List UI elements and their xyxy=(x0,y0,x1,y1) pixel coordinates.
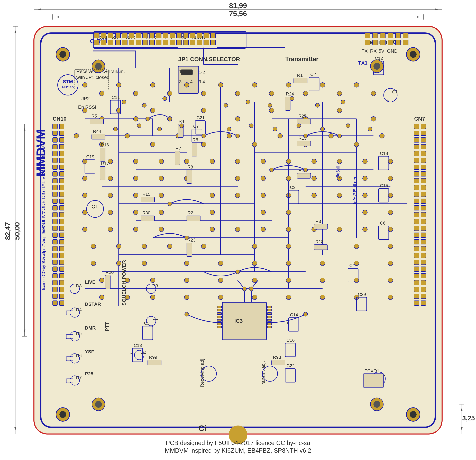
svg-point-217 xyxy=(83,108,87,113)
svg-text:C17: C17 xyxy=(349,263,357,268)
svg-rect-150 xyxy=(414,185,419,190)
svg-rect-72 xyxy=(122,40,127,45)
svg-rect-165 xyxy=(421,206,426,210)
svg-point-301 xyxy=(117,244,121,249)
svg-rect-50 xyxy=(94,33,99,38)
svg-rect-503 xyxy=(60,253,64,258)
svg-point-215 xyxy=(354,83,359,87)
svg-rect-80 xyxy=(177,40,182,45)
svg-rect-516 xyxy=(53,301,57,305)
svg-rect-130 xyxy=(53,185,57,190)
svg-rect-352 xyxy=(175,151,180,165)
svg-point-337 xyxy=(320,295,325,300)
svg-text:GND: GND xyxy=(387,48,398,54)
svg-rect-113 xyxy=(60,124,64,129)
svg-text:licence CC by-nc-sa: licence CC by-nc-sa xyxy=(41,253,46,290)
svg-point-553 xyxy=(368,127,372,131)
svg-point-305 xyxy=(252,244,257,249)
svg-rect-115 xyxy=(60,131,64,136)
svg-point-561 xyxy=(374,401,380,408)
svg-rect-111 xyxy=(403,40,408,45)
svg-marker-18 xyxy=(24,127,26,131)
svg-point-214 xyxy=(337,91,342,96)
svg-text:D3: D3 xyxy=(153,283,158,288)
svg-rect-112 xyxy=(53,124,57,129)
svg-rect-510 xyxy=(53,280,57,285)
svg-rect-497 xyxy=(60,233,64,237)
svg-point-336 xyxy=(286,295,291,300)
cn10-label: CN10 xyxy=(53,116,67,122)
svg-point-536 xyxy=(163,96,167,101)
svg-text:R15: R15 xyxy=(142,192,150,197)
svg-rect-496 xyxy=(53,233,57,237)
svg-rect-126 xyxy=(53,172,57,176)
svg-point-228 xyxy=(371,117,376,121)
svg-text:+: + xyxy=(387,98,389,102)
svg-rect-487 xyxy=(421,287,426,292)
svg-rect-436 xyxy=(217,319,221,321)
svg-point-227 xyxy=(337,108,342,113)
svg-point-270 xyxy=(159,193,164,198)
svg-point-317 xyxy=(320,261,325,266)
svg-rect-372 xyxy=(285,97,290,110)
svg-rect-84 xyxy=(204,40,209,45)
svg-point-333 xyxy=(184,295,189,300)
svg-point-308 xyxy=(354,244,359,249)
svg-point-250 xyxy=(286,159,291,164)
svg-point-288 xyxy=(83,227,87,232)
svg-rect-498 xyxy=(53,240,57,244)
svg-text:R18: R18 xyxy=(315,239,323,244)
svg-marker-19 xyxy=(24,330,26,333)
svg-rect-152 xyxy=(53,192,57,197)
svg-point-526 xyxy=(270,168,274,172)
svg-point-294 xyxy=(261,227,265,232)
svg-text:R17: R17 xyxy=(101,161,109,166)
svg-rect-119 xyxy=(60,144,64,149)
svg-rect-440 xyxy=(267,309,272,311)
svg-point-200 xyxy=(100,91,104,96)
svg-text:R99: R99 xyxy=(149,355,157,360)
svg-point-521 xyxy=(202,134,206,138)
svg-text:D6: D6 xyxy=(76,353,82,358)
svg-point-213 xyxy=(320,83,325,87)
svg-point-530 xyxy=(242,287,246,291)
svg-rect-122 xyxy=(53,158,57,163)
svg-text:R16: R16 xyxy=(101,142,109,148)
svg-point-204 xyxy=(167,91,172,96)
svg-rect-148 xyxy=(414,178,419,183)
svg-point-310 xyxy=(91,261,96,266)
credit-line2: MMDVM inspired by KI6ZUM, EB4FBZ, SP8NTH… xyxy=(165,447,311,454)
svg-text:R30: R30 xyxy=(142,210,150,215)
svg-rect-68 xyxy=(94,40,99,45)
svg-rect-493 xyxy=(60,219,64,224)
svg-rect-489 xyxy=(421,294,426,299)
svg-rect-52 xyxy=(108,33,113,38)
svg-point-220 xyxy=(133,117,138,121)
svg-rect-107 xyxy=(373,40,378,45)
svg-rect-142 xyxy=(414,158,419,163)
svg-text:R24: R24 xyxy=(286,91,294,96)
svg-point-295 xyxy=(286,227,291,232)
svg-point-206 xyxy=(201,91,206,96)
svg-point-524 xyxy=(185,236,189,240)
svg-rect-366 xyxy=(105,275,110,289)
svg-point-30 xyxy=(410,51,416,58)
svg-rect-71 xyxy=(115,40,120,45)
transm-adj-label: Transm. adj. xyxy=(261,361,266,387)
svg-rect-473 xyxy=(421,240,426,244)
ptt-label: PTT xyxy=(104,322,110,331)
svg-point-287 xyxy=(388,210,393,215)
svg-marker-3 xyxy=(37,9,41,10)
svg-rect-486 xyxy=(414,287,419,292)
svg-text:5V: 5V xyxy=(379,48,384,54)
svg-rect-91 xyxy=(181,70,193,75)
svg-point-251 xyxy=(312,159,316,164)
svg-point-292 xyxy=(210,227,215,232)
svg-point-322 xyxy=(150,278,155,283)
svg-point-297 xyxy=(337,227,342,232)
svg-rect-380 xyxy=(272,360,285,365)
svg-point-319 xyxy=(388,261,393,266)
svg-point-263 xyxy=(312,176,316,181)
svg-point-283 xyxy=(210,210,215,215)
svg-rect-110 xyxy=(396,40,401,45)
